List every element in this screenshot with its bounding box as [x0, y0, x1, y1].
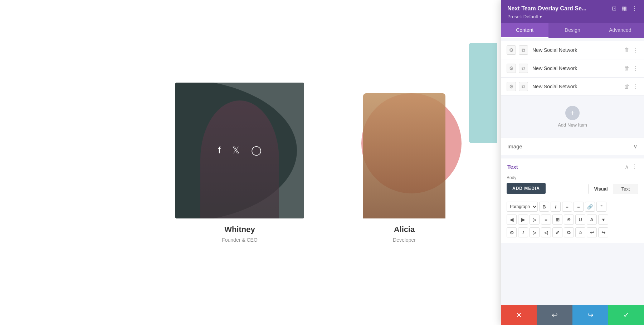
alicia-card: Alicia Developer [336, 83, 472, 243]
social-item-3-actions: 🗑 ⋮ [624, 83, 638, 90]
delete-icon-1[interactable]: 🗑 [624, 47, 630, 53]
image-section-label: Image [507, 143, 522, 149]
panel-footer: ✕ ↩ ↪ ✓ [501, 305, 644, 325]
settings-icon-1[interactable]: ⚙ [507, 45, 516, 55]
body-label: Body [507, 175, 638, 180]
paste-text-button[interactable]: ⊙ [507, 227, 517, 237]
tab-design[interactable]: Design [548, 23, 596, 38]
underline-button[interactable]: U [575, 215, 585, 225]
tab-content[interactable]: Content [501, 23, 548, 38]
social-item-2-label: New Social Network [532, 65, 624, 71]
toolbar-row-2: ◀ ▶ ▷ ≡ ⊞ S U A ▾ [507, 213, 638, 226]
font-color-button[interactable]: A [587, 215, 597, 225]
whitney-overlay: f 𝕏 ◯ [175, 83, 304, 218]
more-icon-2[interactable]: ⋮ [633, 65, 638, 72]
align-center-button[interactable]: ▶ [518, 215, 528, 225]
redo-button[interactable]: ↪ [572, 305, 608, 325]
instagram-icon[interactable]: ◯ [251, 145, 262, 156]
fullscreen-button[interactable]: ⤢ [552, 227, 562, 237]
text-section-icons: ∧ ⋮ [625, 163, 638, 170]
cancel-button[interactable]: ✕ [501, 305, 537, 325]
alicia-image-wrapper [340, 83, 469, 218]
undo-button[interactable]: ↩ [537, 305, 572, 325]
whitney-card: f 𝕏 ◯ Whitney Founder & CEO [172, 83, 308, 243]
italic-2-button[interactable]: I [518, 227, 528, 237]
social-items-list: ⚙ ⧉ New Social Network 🗑 ⋮ ⚙ ⧉ New Socia… [501, 38, 644, 99]
alicia-silhouette [363, 93, 445, 218]
add-circle-icon: + [565, 106, 580, 120]
social-item-2-icons: ⚙ ⧉ [507, 64, 528, 73]
duplicate-icon-1[interactable]: ⧉ [519, 45, 528, 55]
text-section-chevron-up[interactable]: ∧ [625, 163, 629, 170]
align-justify-button[interactable]: ≡ [541, 215, 551, 225]
right-panel: Next Team Overlay Card Se... ⊡ ▦ ⋮ Prese… [501, 0, 644, 325]
tab-advanced[interactable]: Advanced [596, 23, 644, 38]
confirm-button[interactable]: ✓ [608, 305, 644, 325]
panel-body: ⚙ ⧉ New Social Network 🗑 ⋮ ⚙ ⧉ New Socia… [501, 38, 644, 305]
facebook-icon[interactable]: f [218, 145, 220, 156]
align-right-button[interactable]: ▷ [530, 215, 540, 225]
text-tab[interactable]: Text [613, 184, 638, 194]
social-item-3-label: New Social Network [532, 84, 624, 89]
indent-button[interactable]: ▷ [530, 227, 540, 237]
panel-header-icons: ⊡ ▦ ⋮ [612, 5, 638, 12]
special-chars-button[interactable]: Ω [564, 227, 574, 237]
panel-header: Next Team Overlay Card Se... ⊡ ▦ ⋮ Prese… [501, 0, 644, 23]
toolbar-row-3: ⊙ I ▷ ◁ ⤢ Ω ☺ ↩ ↪ [507, 226, 638, 239]
whitney-image-wrapper: f 𝕏 ◯ [175, 83, 304, 218]
link-button[interactable]: 🔗 [585, 202, 595, 212]
social-item-1-actions: 🗑 ⋮ [624, 47, 638, 54]
whitney-name: Whitney [224, 225, 255, 234]
delete-icon-2[interactable]: 🗑 [624, 65, 630, 72]
responsive-icon[interactable]: ⊡ [612, 5, 616, 12]
panel-tabs: Content Design Advanced [501, 23, 644, 38]
panel-preset[interactable]: Preset: Default ▾ [507, 14, 638, 19]
panel-title: Next Team Overlay Card Se... [507, 5, 586, 12]
social-item-1-icons: ⚙ ⧉ [507, 45, 528, 55]
settings-icon-3[interactable]: ⚙ [507, 82, 516, 91]
duplicate-icon-2[interactable]: ⧉ [519, 64, 528, 73]
add-new-item-label: Add New Item [558, 122, 587, 128]
alicia-title: Developer [393, 237, 416, 243]
redo-editor-button[interactable]: ↪ [598, 227, 608, 237]
text-section-label: Text [507, 164, 518, 170]
add-new-item[interactable]: + Add New Item [501, 99, 644, 135]
font-color-picker[interactable]: ▾ [598, 215, 608, 225]
delete-icon-3[interactable]: 🗑 [624, 83, 630, 90]
panel-header-top: Next Team Overlay Card Se... ⊡ ▦ ⋮ [507, 5, 638, 12]
twitter-icon[interactable]: 𝕏 [232, 145, 240, 156]
unordered-list-button[interactable]: ≡ [562, 202, 572, 212]
more-icon-3[interactable]: ⋮ [633, 83, 638, 90]
alicia-name: Alicia [394, 225, 415, 234]
align-left-button[interactable]: ◀ [507, 215, 517, 225]
ordered-list-button[interactable]: ≡ [574, 202, 584, 212]
social-item-3-icons: ⚙ ⧉ [507, 82, 528, 91]
image-section[interactable]: Image ∨ [501, 138, 644, 155]
blockquote-button[interactable]: " [596, 202, 606, 212]
paragraph-select[interactable]: Paragraph Heading 1 Heading 2 [507, 202, 538, 212]
social-item-1-label: New Social Network [532, 47, 624, 53]
text-section-header[interactable]: Text ∧ ⋮ [501, 158, 644, 175]
social-item-1: ⚙ ⧉ New Social Network 🗑 ⋮ [501, 41, 644, 59]
add-media-button[interactable]: ADD MEDIA [507, 183, 546, 194]
social-item-2: ⚙ ⧉ New Social Network 🗑 ⋮ [501, 59, 644, 78]
text-section-more-icon[interactable]: ⋮ [632, 163, 638, 170]
emoji-button[interactable]: ☺ [575, 227, 585, 237]
editor-tabs: Visual Text [588, 184, 638, 194]
more-options-icon[interactable]: ⋮ [632, 5, 638, 12]
duplicate-icon-3[interactable]: ⧉ [519, 82, 528, 91]
more-icon-1[interactable]: ⋮ [633, 47, 638, 54]
social-item-2-actions: 🗑 ⋮ [624, 65, 638, 72]
bold-button[interactable]: B [539, 202, 549, 212]
visual-tab[interactable]: Visual [589, 184, 613, 194]
italic-button[interactable]: I [551, 202, 561, 212]
grid-icon[interactable]: ▦ [621, 5, 627, 12]
whitney-title: Founder & CEO [222, 237, 258, 243]
toolbar-row-1: Paragraph Heading 1 Heading 2 B I ≡ ≡ 🔗 … [507, 200, 638, 213]
outdent-button[interactable]: ◁ [541, 227, 551, 237]
table-button[interactable]: ⊞ [552, 215, 562, 225]
undo-editor-button[interactable]: ↩ [587, 227, 597, 237]
text-section: Text ∧ ⋮ Body ADD MEDIA Visual Text [501, 158, 644, 243]
strikethrough-button[interactable]: S [564, 215, 574, 225]
settings-icon-2[interactable]: ⚙ [507, 64, 516, 73]
